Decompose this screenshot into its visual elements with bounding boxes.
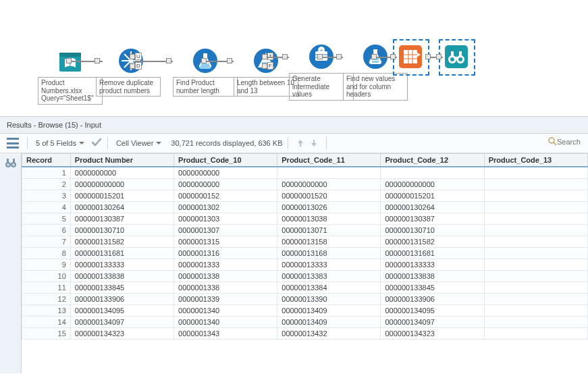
data-cell[interactable]: 000000133906 xyxy=(381,294,484,305)
record-cell[interactable]: 9 xyxy=(22,259,71,271)
record-cell[interactable]: 11 xyxy=(22,282,71,294)
node-crosstab[interactable] xyxy=(397,43,424,70)
data-cell[interactable]: 000000131681 xyxy=(70,248,173,259)
table-row[interactable]: 1000000013383800000013380000001338300000… xyxy=(22,271,588,282)
data-cell[interactable]: 000000015201 xyxy=(381,190,484,202)
data-cell[interactable]: 000000131681 xyxy=(381,248,484,259)
data-cell[interactable]: 000000000000 xyxy=(381,179,484,190)
data-cell[interactable]: 0000001338 xyxy=(174,271,277,282)
data-cell[interactable]: 000000134095 xyxy=(381,305,484,317)
workflow-canvas[interactable]: Product Numbers.xlsx Query="Sheet1$" U D… xyxy=(0,0,588,116)
data-cell[interactable]: 00000013383 xyxy=(277,271,381,282)
data-cell[interactable]: 0000000152 xyxy=(174,190,277,202)
search-input[interactable] xyxy=(557,138,584,146)
output-anchor[interactable] xyxy=(425,54,431,59)
data-cell[interactable]: 000000134323 xyxy=(70,328,173,340)
data-cell[interactable]: 000000134095 xyxy=(70,305,173,317)
table-row[interactable]: 5000000130387000000130300000013038000000… xyxy=(22,213,588,225)
column-header[interactable]: Record xyxy=(22,154,71,167)
data-cell[interactable]: 00000013390 xyxy=(277,294,381,305)
table-row[interactable]: 100000000000000000000 xyxy=(22,167,588,179)
table-row[interactable]: 4000000130264000000130200000013026000000… xyxy=(22,202,588,213)
data-cell[interactable]: 000000133838 xyxy=(381,271,484,282)
record-cell[interactable]: 14 xyxy=(22,317,71,328)
input-anchor[interactable] xyxy=(436,54,442,59)
table-row[interactable]: 2000000000000000000000000000000000000000… xyxy=(22,179,588,190)
column-header[interactable]: Product_Code_12 xyxy=(381,154,484,167)
table-row[interactable]: 1400000013409700000013400000001340900000… xyxy=(22,317,588,328)
table-row[interactable]: 1100000013384500000013380000001338400000… xyxy=(22,282,588,294)
column-header[interactable]: Product_Code_10 xyxy=(174,154,277,167)
record-cell[interactable]: 12 xyxy=(22,294,71,305)
data-cell[interactable]: 000000130710 xyxy=(381,225,484,236)
data-cell[interactable]: 00000013168 xyxy=(277,248,381,259)
data-cell[interactable] xyxy=(484,225,587,236)
record-cell[interactable]: 13 xyxy=(22,305,71,317)
data-cell[interactable]: 000000134323 xyxy=(381,328,484,340)
data-cell[interactable]: 000000130264 xyxy=(381,202,484,213)
data-cell[interactable] xyxy=(484,190,587,202)
table-row[interactable]: 1500000013432300000013430000001343200000… xyxy=(22,328,588,340)
data-cell[interactable]: 000000133906 xyxy=(70,294,173,305)
record-cell[interactable]: 8 xyxy=(22,248,71,259)
data-cell[interactable] xyxy=(484,179,587,190)
data-cell[interactable]: 00000013158 xyxy=(277,236,381,248)
table-row[interactable]: 3000000015201000000015200000001520000000… xyxy=(22,190,588,202)
node-browse[interactable] xyxy=(443,43,470,70)
record-cell[interactable]: 5 xyxy=(22,213,71,225)
data-cell[interactable]: 000000131582 xyxy=(381,236,484,248)
data-cell[interactable]: 000000130387 xyxy=(70,213,173,225)
data-cell[interactable]: 0000001338 xyxy=(174,282,277,294)
output-anchor-u[interactable] xyxy=(130,54,135,59)
data-cell[interactable]: 000000133845 xyxy=(381,282,484,294)
data-cell[interactable]: 0000001303 xyxy=(174,213,277,225)
data-cell[interactable]: 00000013409 xyxy=(277,305,381,317)
record-cell[interactable]: 2 xyxy=(22,179,71,190)
fields-dropdown[interactable]: 5 of 5 Fields xyxy=(33,138,87,149)
input-anchor[interactable] xyxy=(390,54,396,59)
data-cell[interactable]: 00000013409 xyxy=(277,317,381,328)
column-header[interactable]: Product Number xyxy=(70,154,173,167)
data-cell[interactable] xyxy=(484,328,587,340)
table-row[interactable]: 1300000013409500000013400000001340900000… xyxy=(22,305,588,317)
data-cell[interactable]: 0000001339 xyxy=(174,294,277,305)
data-cell[interactable]: 0000000000 xyxy=(70,167,173,179)
data-cell[interactable] xyxy=(484,213,587,225)
prev-record-button[interactable] xyxy=(295,138,306,149)
data-cell[interactable]: 00000013432 xyxy=(277,328,381,340)
data-cell[interactable]: 000000015201 xyxy=(70,190,173,202)
record-cell[interactable]: 10 xyxy=(22,271,71,282)
data-cell[interactable] xyxy=(484,167,587,179)
data-cell[interactable] xyxy=(381,167,484,179)
next-record-button[interactable] xyxy=(309,138,319,149)
output-anchor[interactable] xyxy=(371,54,377,59)
data-cell[interactable]: 00000001520 xyxy=(277,190,381,202)
data-cell[interactable] xyxy=(484,305,587,317)
data-cell[interactable]: 000000130387 xyxy=(381,213,484,225)
output-anchor-f[interactable] xyxy=(262,63,267,69)
data-cell[interactable]: 00000000000 xyxy=(277,179,381,190)
input-anchor[interactable] xyxy=(282,54,288,59)
data-cell[interactable] xyxy=(484,271,587,282)
data-cell[interactable]: 000000133838 xyxy=(70,271,173,282)
data-cell[interactable]: 0000001316 xyxy=(174,248,277,259)
data-cell[interactable] xyxy=(484,317,587,328)
data-cell[interactable]: 0000000000 xyxy=(174,179,277,190)
data-cell[interactable] xyxy=(484,236,587,248)
output-anchor[interactable] xyxy=(66,58,72,63)
results-panel-header[interactable]: Results - Browse (15) - Input xyxy=(0,116,588,134)
table-row[interactable]: 9000000133333000000133300000013333000000… xyxy=(22,259,588,271)
output-anchor[interactable] xyxy=(201,58,207,63)
data-cell[interactable]: 000000133845 xyxy=(70,282,173,294)
record-cell[interactable]: 1 xyxy=(22,167,71,179)
layout-toggle-button[interactable] xyxy=(4,136,22,150)
data-table[interactable]: Record Product Number Product_Code_10 Pr… xyxy=(22,153,588,340)
record-cell[interactable]: 7 xyxy=(22,236,71,248)
input-anchor[interactable] xyxy=(336,54,342,59)
results-grid[interactable]: Record Product Number Product_Code_10 Pr… xyxy=(22,153,588,373)
data-cell[interactable]: 000000133333 xyxy=(70,259,173,271)
data-cell[interactable]: 000000130710 xyxy=(70,225,173,236)
data-cell[interactable]: 00000013071 xyxy=(277,225,381,236)
binoculars-icon[interactable] xyxy=(4,156,18,171)
data-cell[interactable]: 0000001302 xyxy=(174,202,277,213)
